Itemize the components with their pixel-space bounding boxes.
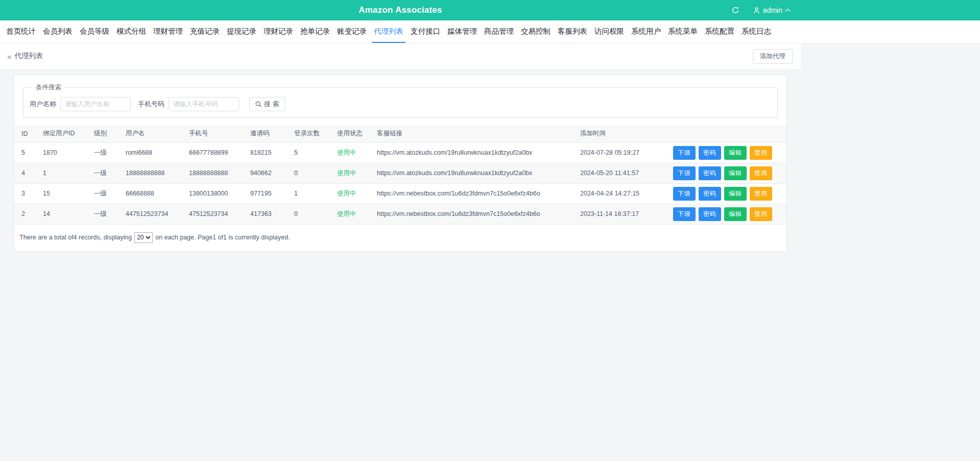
cell-username: 18888888888: [122, 163, 185, 183]
disable-button[interactable]: 禁用: [750, 207, 772, 221]
nav-item-system-menu[interactable]: 系统菜单: [666, 20, 700, 43]
edit-button[interactable]: 编辑: [724, 207, 747, 221]
cell-username: 66668888: [122, 183, 185, 204]
cell-invite-code: 940662: [246, 163, 290, 183]
col-header: ID: [14, 125, 39, 142]
password-button[interactable]: 密码: [699, 166, 721, 180]
cell-level: 一级: [90, 163, 122, 183]
nav-item-finance-records[interactable]: 理财记录: [261, 20, 295, 43]
cell-actions: 下级密码编辑禁用: [659, 204, 786, 224]
breadcrumb-label: 代理列表: [14, 52, 43, 61]
nav-item-system-logs[interactable]: 系统日志: [739, 20, 773, 43]
cell-added-time: 2024-04-24 14:27:15: [576, 183, 659, 204]
disable-button[interactable]: 禁用: [750, 146, 772, 160]
nav-item-media-manage[interactable]: 媒体管理: [445, 20, 479, 43]
search-button[interactable]: 搜 索: [249, 97, 285, 111]
password-button[interactable]: 密码: [699, 187, 721, 201]
table-row: 41一级18888888888188888888889406620使用中http…: [14, 163, 786, 183]
nav-item-system-users[interactable]: 系统用户: [629, 20, 663, 43]
pagination-after-text: on each page. Page1 of1 is currently dis…: [155, 234, 290, 241]
cell-added-time: 2024-07-28 05:19:27: [576, 142, 659, 163]
cell-actions: 下级密码编辑禁用: [659, 142, 786, 163]
sub-agent-button[interactable]: 下级: [673, 146, 696, 160]
cell-invite-code: 417363: [246, 204, 290, 224]
cell-level: 一级: [90, 183, 122, 204]
cell-username: romi6688: [122, 142, 185, 163]
app-title: Amazon Associates: [0, 0, 801, 20]
sub-agent-button[interactable]: 下级: [673, 207, 696, 221]
col-header: 使用状态: [333, 125, 373, 142]
cell-service-link: https://vm.nebestbox.com/1u6dz3fdmvn7c15…: [373, 183, 576, 204]
nav-item-account-change-records[interactable]: 账变记录: [335, 20, 369, 43]
refresh-icon[interactable]: [731, 6, 739, 14]
password-button[interactable]: 密码: [699, 207, 721, 221]
cell-login-count: 1: [290, 183, 333, 204]
nav-item-finance-manage[interactable]: 理财管理: [151, 20, 185, 43]
cell-level: 一级: [90, 204, 122, 224]
nav-item-agent-list[interactable]: 代理列表: [372, 20, 405, 43]
nav-item-home-stats[interactable]: 首页统计: [4, 20, 38, 43]
cell-bind-user-id: 1: [39, 163, 90, 183]
disable-button[interactable]: 禁用: [750, 187, 772, 201]
cell-status: 使用中: [333, 183, 373, 204]
table-row: 51870一级romi6688666777888998182155使用中http…: [14, 142, 786, 163]
disable-button[interactable]: 禁用: [750, 166, 772, 180]
pagination: There are a total of4 records, displayin…: [14, 225, 786, 251]
username-input[interactable]: [60, 97, 131, 111]
search-button-label: 搜 索: [264, 100, 279, 109]
col-header: 用户名: [122, 125, 185, 142]
col-header: 邀请码: [246, 125, 290, 142]
cell-added-time: 2023-11-14 16:37:17: [576, 204, 659, 224]
chevron-up-icon: [785, 8, 791, 12]
page-size-select[interactable]: 20: [134, 232, 153, 243]
cell-id: 2: [14, 204, 39, 224]
cell-invite-code: 818215: [246, 142, 290, 163]
nav-item-access-permission[interactable]: 访问权限: [592, 20, 626, 43]
username-label: admin: [763, 6, 782, 14]
nav-item-grab-order-records[interactable]: 抢单记录: [298, 20, 332, 43]
nav-item-withdraw-records[interactable]: 提现记录: [225, 20, 258, 43]
cell-bind-user-id: 15: [39, 183, 90, 204]
sub-agent-button[interactable]: 下级: [673, 187, 696, 201]
nav-item-product-manage[interactable]: 商品管理: [482, 20, 516, 43]
cell-service-link: https://vm.atozkuds.com/19ru8urwknuax1kd…: [373, 142, 576, 163]
cell-id: 5: [14, 142, 39, 163]
nav-item-service-list[interactable]: 客服列表: [556, 20, 589, 43]
nav-item-payment-api[interactable]: 支付接口: [409, 20, 442, 43]
breadcrumb-row: » 代理列表 添加代理: [0, 43, 801, 69]
cell-actions: 下级密码编辑禁用: [659, 163, 786, 183]
nav-item-member-level[interactable]: 会员等级: [78, 20, 111, 43]
nav-item-mode-group[interactable]: 模式分组: [114, 20, 148, 43]
cell-level: 一级: [90, 142, 122, 163]
table-row: 214一级447512523734475125237344173630使用中ht…: [14, 204, 786, 224]
col-header: 级别: [90, 125, 122, 142]
agents-table: ID绑定用户ID级别用户名手机号邀请码登录次数使用状态客服链接添加时间 5187…: [14, 125, 786, 225]
cell-status: 使用中: [333, 204, 373, 224]
nav-item-member-list[interactable]: 会员列表: [41, 20, 75, 43]
edit-button[interactable]: 编辑: [724, 166, 747, 180]
col-header: 手机号: [185, 125, 246, 142]
cell-bind-user-id: 14: [39, 204, 90, 224]
main-nav: 首页统计会员列表会员等级模式分组理财管理充值记录提现记录理财记录抢单记录账变记录…: [0, 20, 980, 43]
edit-button[interactable]: 编辑: [724, 146, 747, 160]
cell-bind-user-id: 1870: [39, 142, 90, 163]
search-panel-legend: 条件搜索: [33, 83, 64, 92]
nav-item-recharge-records[interactable]: 充值记录: [188, 20, 222, 43]
col-header: 添加时间: [576, 125, 659, 142]
cell-actions: 下级密码编辑禁用: [659, 183, 786, 204]
search-panel: 条件搜索 用户名称 手机号码 搜 索: [23, 83, 778, 118]
cell-phone: 18888888888: [185, 163, 246, 183]
cell-login-count: 0: [290, 163, 333, 183]
password-button[interactable]: 密码: [699, 146, 721, 160]
phone-input[interactable]: [169, 97, 239, 111]
edit-button[interactable]: 编辑: [724, 187, 747, 201]
nav-item-system-config[interactable]: 系统配置: [703, 20, 736, 43]
add-agent-button[interactable]: 添加代理: [753, 49, 793, 64]
cell-invite-code: 977195: [246, 183, 290, 204]
top-header: Amazon Associates admin: [0, 0, 980, 20]
user-menu[interactable]: admin: [753, 6, 791, 14]
sub-agent-button[interactable]: 下级: [673, 166, 696, 180]
cell-phone: 66677788899: [185, 142, 246, 163]
nav-item-trade-control[interactable]: 交易控制: [519, 20, 553, 43]
col-header: 绑定用户ID: [39, 125, 90, 142]
